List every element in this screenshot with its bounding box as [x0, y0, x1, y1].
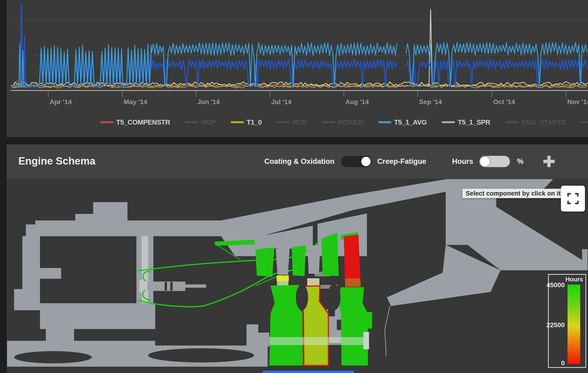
plus-icon[interactable] [543, 156, 555, 167]
legend-item-ENG_STARTS[interactable]: ENG_STARTS [505, 119, 566, 126]
legend-item-PCD[interactable]: PCD [277, 119, 307, 126]
x-axis-tick-label: Apr '14 [50, 98, 72, 106]
tooltip: Select component by click on it [462, 189, 564, 198]
legend-item-ENG[interactable]: ENG [580, 119, 588, 126]
engine-schema-body: Select component by click on it Hours 45… [7, 179, 588, 373]
x-axis-tick-label: Nov '14 [567, 98, 588, 106]
fullscreen-button[interactable] [561, 186, 585, 212]
x-axis-tick-label: May '14 [124, 98, 147, 106]
legend-dash-icon [100, 121, 113, 123]
legend-label: T1_0 [247, 119, 262, 126]
legend-label: POWER [338, 119, 363, 126]
color-scale-min: 0 [561, 359, 565, 367]
x-axis-tick-label: Jun '14 [197, 98, 220, 106]
toggle-label-creep-fatigue[interactable]: Creep-Fatigue [377, 157, 426, 166]
bottom-blue-bar[interactable] [263, 371, 354, 373]
toggle-knob-icon [480, 157, 490, 166]
page-title: Engine Schema [18, 155, 95, 167]
series-T5_1_SPR [11, 10, 588, 86]
legend-label: ENG_STARTS [521, 119, 566, 126]
component-vane-2[interactable] [292, 245, 306, 276]
rated-components[interactable] [255, 232, 372, 365]
power-shaft [269, 337, 363, 345]
legend-item-POWER[interactable]: POWER [322, 119, 363, 126]
legend-label: T5_1_AVG [394, 119, 427, 126]
mode-toggle[interactable] [341, 156, 372, 167]
legend-dash-icon [580, 121, 588, 123]
toggle-label-coating-oxidation[interactable]: Coating & Oxidation [264, 157, 335, 166]
x-axis-tick-label: Oct '14 [493, 98, 515, 106]
color-scale-gradient [567, 285, 580, 364]
timeseries-chart-panel: Apr '14May '14Jun '14Jul '14Aug '14Sep '… [7, 0, 588, 137]
color-scale-max: 45000 [546, 281, 565, 289]
schema-controls: Coating & Oxidation Creep-Fatigue Hours … [264, 156, 555, 167]
legend-item-T1_0[interactable]: T1_0 [231, 119, 262, 126]
unit-toggle[interactable] [479, 156, 510, 167]
chart-legend: T5_COMPENSTRNGPT1_0PCDPOWERT5_1_AVGT5_1_… [7, 116, 588, 129]
legend-dash-icon [505, 121, 518, 123]
hours-color-scale: Hours 45000 22500 0 [548, 274, 586, 368]
component-blade-1[interactable] [321, 233, 339, 276]
toggle-label-percent[interactable]: % [517, 157, 524, 166]
legend-item-T5_COMPENSTR[interactable]: T5_COMPENSTR [100, 119, 170, 126]
legend-label: NGP [201, 119, 215, 126]
dashboard-page: { "theme": { "pageBg":"#1d1d1d","panelBg… [0, 0, 588, 373]
component-seal[interactable] [277, 275, 289, 281]
legend-dash-icon [277, 121, 290, 123]
x-axis-tick-label: Aug '14 [345, 98, 369, 106]
x-axis-tick-label: Sep '14 [419, 98, 442, 106]
fullscreen-icon [567, 193, 578, 204]
component-vane-1[interactable] [255, 247, 274, 277]
component-blade-critical[interactable] [344, 235, 360, 278]
legend-item-NGP[interactable]: NGP [185, 119, 215, 126]
legend-item-T5_1_SPR[interactable]: T5_1_SPR [442, 119, 490, 126]
legend-label: T5_1_SPR [458, 119, 490, 126]
toggle-knob-icon [361, 157, 371, 166]
legend-dash-icon [322, 121, 335, 123]
legend-dash-icon [442, 121, 455, 123]
legend-label: PCD [293, 119, 307, 126]
color-scale-title: Hours [566, 276, 583, 283]
x-axis-tick-label: Jul '14 [271, 98, 291, 106]
component-disc-2[interactable] [339, 287, 368, 365]
legend-dash-icon [231, 121, 244, 123]
engine-schema-header: Engine Schema Coating & Oxidation Creep-… [7, 144, 588, 179]
legend-label: T5_COMPENSTR [116, 119, 170, 126]
legend-dash-icon [378, 121, 391, 123]
legend-item-T5_1_AVG[interactable]: T5_1_AVG [378, 119, 427, 126]
series-T5_1_AVG [406, 59, 587, 87]
toggle-label-hours[interactable]: Hours [452, 157, 473, 166]
engine-schema-diagram[interactable] [7, 179, 588, 373]
legend-dash-icon [185, 121, 198, 123]
color-scale-mid: 22500 [546, 321, 565, 329]
